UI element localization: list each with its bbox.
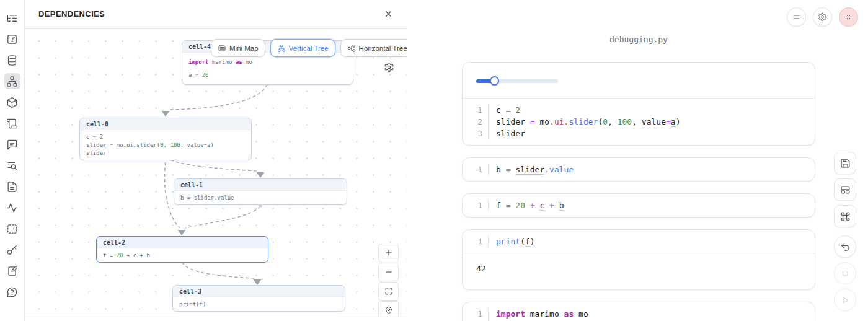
minimap-icon bbox=[218, 44, 226, 53]
code-token: f bbox=[525, 237, 530, 247]
save-button[interactable] bbox=[834, 152, 856, 174]
close-icon bbox=[384, 9, 393, 19]
sidebar-item-documentation[interactable] bbox=[4, 115, 20, 131]
graph-node-title: cell-1 bbox=[174, 179, 347, 191]
node-token: mo bbox=[242, 59, 252, 65]
cell-editor[interactable]: 1c = 22slider = mo.ui.slider(0, 100, val… bbox=[463, 99, 815, 145]
graph-node-cell-3[interactable]: cell-3print(f) bbox=[172, 285, 345, 312]
code-token: as bbox=[564, 309, 574, 319]
sidebar-item-snippets[interactable] bbox=[4, 178, 20, 195]
graph-icon bbox=[6, 76, 18, 87]
play-icon bbox=[840, 295, 851, 306]
view-button-label: Horizontal Tree bbox=[359, 45, 407, 52]
fit-view-icon bbox=[384, 287, 393, 296]
sidebar-item-packages[interactable] bbox=[4, 94, 20, 110]
graph-node-code: c = 2slider = mo.ui.slider(0, 100, value… bbox=[80, 130, 251, 160]
code-token bbox=[554, 201, 559, 210]
view-button-mini-map[interactable]: Mini Map bbox=[211, 39, 265, 57]
svg-text:f: f bbox=[11, 35, 15, 42]
code-text: f = 20 + c + b bbox=[489, 200, 564, 211]
graph-settings-button[interactable] bbox=[384, 62, 394, 73]
node-token: 20 bbox=[117, 252, 123, 258]
slider-widget[interactable] bbox=[476, 76, 558, 86]
graph-code-line: slider = mo.ui.slider(0, 100, value=a) bbox=[86, 141, 245, 149]
slider-thumb[interactable] bbox=[490, 76, 499, 86]
notebook-cell-2[interactable]: 1f = 20 + c + b bbox=[462, 193, 815, 218]
zoom-in-button[interactable] bbox=[378, 244, 399, 262]
line-number: 1 bbox=[463, 164, 489, 175]
undo-button[interactable] bbox=[834, 235, 856, 258]
sidebar-item-secrets[interactable] bbox=[4, 242, 20, 258]
graph-node-cell-2[interactable]: cell-2f = 20 + c + b bbox=[96, 236, 268, 263]
package-icon bbox=[6, 97, 18, 108]
layout-select-button[interactable] bbox=[834, 178, 856, 201]
notebook-cell-1[interactable]: 1b = slider.value bbox=[462, 157, 815, 182]
view-button-horizontal-tree[interactable]: Horizontal Tree bbox=[340, 39, 407, 57]
cell-editor[interactable]: 1print(f) bbox=[463, 230, 815, 253]
line-number: 2 bbox=[463, 116, 489, 128]
helper-panel-rail: f bbox=[0, 0, 25, 321]
tracing-icon bbox=[6, 202, 18, 214]
notebook-filename[interactable]: debugging.py bbox=[462, 35, 815, 44]
view-button-label: Vertical Tree bbox=[289, 45, 329, 52]
code-token: = bbox=[530, 117, 535, 126]
code-token: , bbox=[608, 117, 618, 126]
graph-zoom-controls bbox=[378, 244, 399, 317]
notebook-cell-0[interactable]: 1c = 22slider = mo.ui.slider(0, 100, val… bbox=[462, 62, 815, 146]
sidebar-item-scratchpad[interactable] bbox=[4, 263, 20, 279]
sidebar-item-tracing[interactable] bbox=[4, 200, 20, 216]
code-line: 1c = 2 bbox=[463, 104, 815, 116]
line-number: 1 bbox=[463, 308, 489, 320]
code-block-icon bbox=[6, 223, 18, 235]
code-token: c bbox=[496, 105, 506, 115]
search-logs-icon bbox=[6, 160, 18, 172]
stop-button[interactable] bbox=[834, 262, 856, 284]
notebook-cell-3[interactable]: 1print(f)42 bbox=[462, 229, 815, 290]
close-panel-button[interactable] bbox=[384, 9, 393, 19]
dependency-graph-canvas[interactable]: cell-4import marimo as moa = 20cell-0c =… bbox=[25, 29, 407, 317]
zoom-out-icon bbox=[384, 268, 393, 276]
code-token: import bbox=[496, 309, 525, 319]
notebook-settings-button[interactable] bbox=[813, 7, 832, 27]
code-text: slider bbox=[489, 128, 525, 139]
sidebar-item-datasources[interactable] bbox=[4, 52, 20, 68]
graph-node-title: cell-2 bbox=[97, 237, 268, 248]
graph-node-cell-0[interactable]: cell-0c = 2slider = mo.ui.slider(0, 100,… bbox=[79, 118, 252, 160]
graph-code-line: import marimo as mo bbox=[188, 56, 347, 69]
zoom-in-icon bbox=[384, 248, 393, 257]
node-token: c = bbox=[86, 134, 100, 140]
keyboard-shortcuts-button[interactable] bbox=[834, 205, 856, 227]
sidebar-item-variables[interactable]: f bbox=[4, 31, 20, 47]
cell-editor[interactable]: 1b = slider.value bbox=[463, 158, 815, 181]
center-view-button[interactable] bbox=[378, 301, 399, 317]
sidebar-item-chat[interactable] bbox=[4, 136, 20, 152]
dependencies-panel: DEPENDENCIES cell-4import marimo as moa … bbox=[25, 0, 407, 321]
graph-code-line: print(f) bbox=[179, 301, 339, 309]
node-token: + c + b bbox=[123, 252, 150, 258]
graph-node-cell-1[interactable]: cell-1b = slider.value bbox=[174, 178, 347, 205]
vtree-icon bbox=[277, 44, 286, 53]
code-token: b bbox=[559, 201, 564, 211]
cell-editor[interactable]: 1import marimo as mo2 bbox=[463, 302, 815, 321]
code-token: 0 bbox=[603, 117, 608, 126]
code-text: slider = mo.ui.slider(0, 100, value=a) bbox=[489, 116, 680, 128]
code-token: 20 bbox=[515, 201, 525, 210]
sidebar-item-file-tree[interactable] bbox=[4, 10, 20, 26]
sidebar-item-outline[interactable] bbox=[4, 221, 20, 237]
run-button[interactable] bbox=[834, 289, 856, 311]
sidebar-item-dependencies[interactable] bbox=[4, 73, 20, 89]
zoom-out-button[interactable] bbox=[378, 263, 399, 281]
code-token bbox=[544, 201, 549, 210]
graph-code-line: f = 20 + c + b bbox=[103, 252, 262, 260]
code-text: b = slider.value bbox=[489, 164, 574, 175]
fit-view-button[interactable] bbox=[378, 282, 399, 301]
sidebar-item-help[interactable] bbox=[4, 284, 20, 300]
notebook-menu-button[interactable] bbox=[787, 7, 806, 27]
notebook-cell-4[interactable]: 1import marimo as mo2 bbox=[462, 302, 815, 321]
sidebar-item-logs[interactable] bbox=[4, 157, 20, 174]
shutdown-button[interactable] bbox=[839, 7, 858, 27]
graph-node-title: cell-0 bbox=[80, 118, 251, 130]
cell-editor[interactable]: 1f = 20 + c + b bbox=[463, 194, 815, 217]
view-button-vertical-tree[interactable]: Vertical Tree bbox=[270, 39, 335, 57]
code-token: slider bbox=[569, 117, 598, 126]
